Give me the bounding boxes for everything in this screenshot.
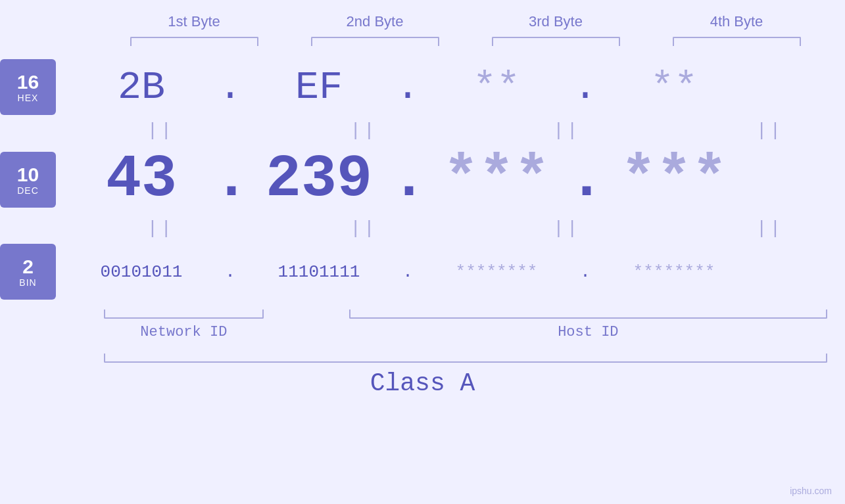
dec-sep-2: . — [391, 146, 424, 213]
dec-name: DEC — [17, 185, 39, 196]
hex-bytes: 2B . EF . ** . ** — [69, 65, 845, 110]
hex-name: HEX — [18, 93, 39, 103]
byte-label-4: 4th Byte — [664, 13, 809, 30]
class-label: Class A — [370, 369, 475, 398]
eq2-2: || — [291, 218, 436, 239]
host-bracket — [349, 309, 827, 319]
bracket-2 — [311, 37, 439, 46]
bin-byte-2: 11101111 — [247, 262, 391, 282]
bracket-1 — [130, 37, 258, 46]
hex-byte-2: EF — [247, 65, 391, 110]
network-bracket — [104, 309, 264, 319]
host-id-label: Host ID — [349, 324, 827, 340]
hex-byte-4: ** — [602, 65, 746, 110]
equals-row-2: || || || || — [59, 213, 845, 244]
bin-byte-1: 00101011 — [69, 262, 214, 282]
hex-row: 16 HEX 2B . EF . ** . ** — [0, 59, 845, 115]
bin-sep-3: . — [569, 262, 602, 282]
eq2-1: || — [88, 218, 233, 239]
dec-byte-3: *** — [424, 146, 569, 213]
hex-badge: 16 HEX — [0, 59, 56, 115]
hex-byte-3: ** — [424, 65, 569, 110]
dec-sep-3: . — [569, 146, 602, 213]
class-label-row: Class A — [0, 369, 845, 398]
hex-byte-1: 2B — [69, 65, 214, 110]
watermark: ipshu.com — [790, 486, 832, 496]
hex-num: 16 — [17, 71, 39, 93]
bin-bytes: 00101011 . 11101111 . ******** . *******… — [69, 262, 845, 282]
bin-name: BIN — [19, 277, 36, 288]
dec-row: 10 DEC 43 . 239 . *** . *** — [0, 146, 845, 213]
class-bracket — [104, 354, 827, 363]
hex-sep-2: . — [391, 65, 424, 110]
byte-headers: 1st Byte 2nd Byte 3rd Byte 4th Byte — [104, 13, 827, 30]
eq1-4: || — [698, 120, 842, 141]
bottom-labels: Network ID Host ID — [104, 324, 827, 340]
dec-byte-4: *** — [602, 146, 746, 213]
bin-sep-1: . — [214, 262, 247, 282]
eq2-4: || — [698, 218, 842, 239]
byte-label-3: 3rd Byte — [483, 13, 628, 30]
eq2-3: || — [495, 218, 639, 239]
hex-sep-1: . — [214, 65, 247, 110]
class-bracket-row — [104, 354, 827, 363]
main-container: 1st Byte 2nd Byte 3rd Byte 4th Byte 16 H… — [0, 0, 845, 504]
bottom-bracket-row — [104, 309, 827, 319]
dec-sep-1: . — [214, 146, 247, 213]
bin-byte-4: ******** — [602, 262, 746, 282]
hex-sep-3: . — [569, 65, 602, 110]
eq1-2: || — [291, 120, 436, 141]
byte-label-1: 1st Byte — [122, 13, 266, 30]
equals-row-1: || || || || — [59, 115, 845, 146]
byte-label-2: 2nd Byte — [302, 13, 447, 30]
bin-sep-2: . — [391, 262, 424, 282]
eq1-1: || — [88, 120, 233, 141]
bracket-3 — [492, 37, 620, 46]
bin-byte-3: ******** — [424, 262, 569, 282]
bin-num: 2 — [22, 256, 34, 277]
dec-byte-1: 43 — [69, 146, 214, 213]
dec-num: 10 — [17, 164, 39, 185]
dec-bytes: 43 . 239 . *** . *** — [69, 146, 845, 213]
network-id-label: Network ID — [104, 324, 264, 340]
bin-row: 2 BIN 00101011 . 11101111 . ******** . *… — [0, 244, 845, 300]
top-bracket-row — [104, 37, 827, 46]
dec-byte-2: 239 — [247, 146, 391, 213]
bracket-4 — [673, 37, 801, 46]
bin-badge: 2 BIN — [0, 244, 56, 300]
eq1-3: || — [495, 120, 639, 141]
dec-badge: 10 DEC — [0, 152, 56, 208]
